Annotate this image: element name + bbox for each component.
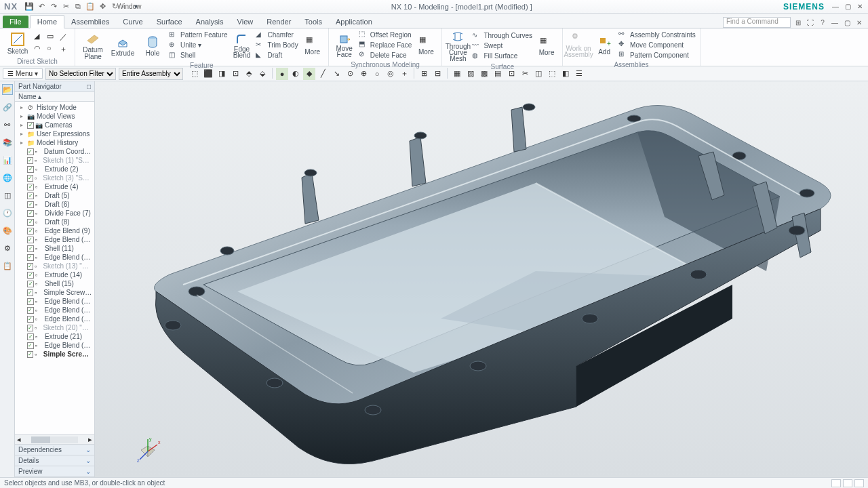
graphics-viewport[interactable]: x y z [95,81,868,477]
sel-icon[interactable]: ▦ [451,68,463,80]
sel-icon[interactable]: ⊡ [229,68,241,80]
tree-item[interactable]: ✓▫Extrude (21) [15,332,94,341]
cut-icon[interactable]: ✂ [61,2,71,12]
status-icon[interactable] [843,479,852,487]
preview-section[interactable]: Preview⌄ [15,466,94,477]
help-view-icon[interactable]: ⊞ [793,18,803,27]
swept-button[interactable]: 〰Swept [472,41,532,51]
pattern-component-button[interactable]: ⊞Pattern Component [618,50,696,60]
browser-icon[interactable]: 🌐 [2,172,13,183]
maximize-icon[interactable]: ▢ [842,2,853,12]
system-icon[interactable]: ⚙ [2,243,13,253]
tree-item[interactable]: ✓▫Sketch (20) "SKET [15,323,94,332]
tab-view[interactable]: View [231,16,260,28]
undo-icon[interactable]: ↶ [37,2,46,12]
sel-icon[interactable]: ▨ [465,68,477,80]
file-tab[interactable]: File [3,16,28,28]
dependencies-section[interactable]: Dependencies⌄ [15,445,94,455]
move-face-button[interactable]: Move Face [333,32,356,58]
tree-item[interactable]: ✓▫Edge Blend (9) [15,226,94,235]
unite-button[interactable]: ⊕Unite ▾ [169,41,227,50]
sel-icon[interactable]: ☰ [573,68,585,80]
tree-item[interactable]: ✓▫Edge Blend (12) [15,253,94,262]
line-icon[interactable]: ／ [60,32,71,43]
tree-item[interactable]: ▸📷Model Views [15,112,94,121]
sel-icon[interactable]: ✂ [519,68,531,80]
view-triad[interactable]: x y z [136,436,163,464]
tree-item[interactable]: ✓▫Shell (15) [15,279,94,288]
through-curve-mesh-button[interactable]: Through Curve Mesh [446,30,469,62]
tree-item[interactable]: ▸📁Model History [15,138,94,147]
tree-item[interactable]: ▸✓📷Cameras [15,121,94,129]
sel-icon[interactable]: ● [276,68,288,80]
tab-assemblies[interactable]: Assemblies [64,16,116,28]
delete-face-button[interactable]: ⊘Delete Face [359,50,412,60]
tree-item[interactable]: ✓▫Edge Blend (17) [15,297,94,306]
sel-icon[interactable]: ⬚ [189,68,201,80]
sel-icon[interactable]: ⊡ [505,68,517,80]
tree-item[interactable]: ✓▫Edge Blend (18) [15,306,94,314]
sel-icon[interactable]: ▤ [492,68,504,80]
tree-item[interactable]: ✓▫Extrude (14) [15,270,94,279]
sel-icon[interactable]: ⬛ [202,68,214,80]
sel-icon[interactable]: ⊕ [357,68,370,80]
tab-curve[interactable]: Curve [116,16,149,28]
sel-icon[interactable]: ⬙ [256,68,269,80]
tab-application[interactable]: Application [329,16,379,28]
tree-item[interactable]: ✓▫Sketch (1) "SKETC [15,156,94,165]
tree-item[interactable]: ✓▫Draft (6) [15,200,94,209]
tree-item[interactable]: ✓▫Datum Coordinat [15,147,94,156]
sel-icon[interactable]: ▩ [478,68,490,80]
extrude-button[interactable]: Extrude [109,33,136,57]
pattern-feature-button[interactable]: ⊞Pattern Feature [169,30,227,40]
redo-icon[interactable]: ↷ [49,2,58,12]
constraint-navigator-icon[interactable]: ⚯ [2,119,13,130]
fullscreen-icon[interactable]: ⛶ [806,18,815,27]
offset-region-button[interactable]: ⬚Offset Region [359,30,412,39]
details-section[interactable]: Details⌄ [15,455,94,466]
hole-button[interactable]: Hole [139,33,166,57]
status-icon[interactable] [854,479,864,487]
tab-render[interactable]: Render [260,16,298,28]
tree-item[interactable]: ✓▫Edge Blend (19) [15,314,94,323]
sel-icon[interactable]: ◫ [532,68,545,80]
tree-item[interactable]: ✓▫Sketch (13) "SKET [15,262,94,270]
tree-item[interactable]: ✓▫Draft (5) [15,191,94,200]
doc-close-icon[interactable]: ✕ [854,18,864,27]
shell-button[interactable]: ◫Shell [169,51,227,60]
profile-icon[interactable]: ◢ [34,32,45,43]
tree-item[interactable]: ✓▫Draft (8) [15,218,94,226]
fill-surface-button[interactable]: ◍Fill Surface [472,52,532,61]
sel-icon[interactable]: ◐ [290,68,302,80]
panel-columns[interactable]: Name ▴ [15,92,94,102]
assembly-constraints-button[interactable]: ⚯Assembly Constraints [618,30,696,39]
trim-body-button[interactable]: ✂Trim Body [256,41,298,50]
feature-more-button[interactable]: ▦More [301,35,324,55]
layer-icon[interactable]: ◫ [2,190,13,201]
assembly-navigator-icon[interactable]: 🔗 [2,102,13,113]
sel-icon[interactable]: ⬘ [243,68,255,80]
tab-analysis[interactable]: Analysis [189,16,231,28]
circle-icon[interactable]: ○ [47,44,58,55]
paste-icon[interactable]: 📋 [85,2,95,12]
panel-pin-icon[interactable]: □ [87,83,91,90]
save-icon[interactable]: 💾 [24,2,34,12]
help-icon[interactable]: ? [818,18,827,27]
status-icon[interactable] [831,479,841,487]
clipboard-icon[interactable]: 📋 [2,260,13,271]
history-icon[interactable]: 🕐 [2,207,13,218]
sketch-button[interactable]: Sketch [4,31,31,55]
doc-min-icon[interactable]: — [830,18,840,27]
touch-icon[interactable]: ✥ [98,2,107,12]
assembly-scope[interactable]: Entire Assembly [119,68,183,80]
datum-plane-button[interactable]: Datum Plane [79,30,106,60]
tab-tools[interactable]: Tools [298,16,329,28]
tab-surface[interactable]: Surface [150,16,189,28]
tree-item[interactable]: ✓▫Sketch (3) "SKETC [15,174,94,182]
tree-item[interactable]: ▸⏱History Mode [15,103,94,112]
doc-max-icon[interactable]: ▢ [842,18,852,27]
move-component-button[interactable]: ✥Move Component [618,40,696,49]
tab-home[interactable]: Home [30,15,64,28]
tree-item[interactable]: ✓▫Edge Blend (10) [15,235,94,244]
tree-item[interactable]: ✓▫Simple Screw Hol [15,288,94,297]
